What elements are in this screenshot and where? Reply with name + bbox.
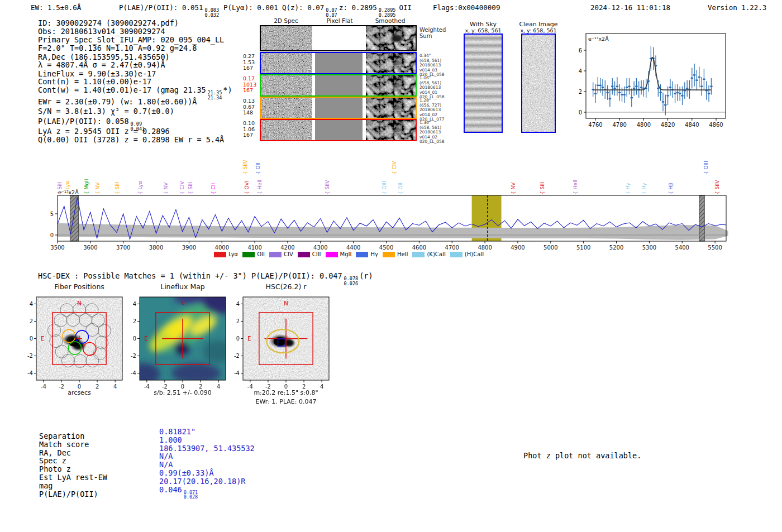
svg-text:4840: 4840: [685, 122, 699, 128]
legend-label: (K)CaII: [427, 251, 445, 257]
svg-text:E: E: [247, 336, 251, 342]
legend-item: CIV: [269, 251, 293, 257]
info-primary-spec: Primary Spec_Slot_IFU_AMP: 020_095_004_L…: [38, 35, 224, 44]
spec2d-col-2dspec: 2D Spec: [261, 17, 311, 24]
legend-item: CIII: [298, 251, 321, 257]
spec2d-row: [260, 74, 417, 97]
header-plae: P(LAE)/P(OII): 0.0510.0830.032: [119, 3, 220, 17]
legend-swatch: [326, 252, 338, 257]
legend-item: MgII: [326, 251, 352, 257]
info-seeing: F=2.0" T=0.136 N=1.10 A=0.92 g=24.8: [38, 44, 197, 52]
svg-text:4700: 4700: [445, 245, 459, 251]
spec2d-left-label: 0.101.06167: [243, 121, 258, 138]
legend-swatch: [269, 252, 282, 257]
with-sky-coords: x, y: 658, 561: [458, 27, 508, 33]
svg-text:e⁻¹⁷x2Å: e⁻¹⁷x2Å: [58, 189, 79, 195]
info-ewr: EWr = 2.30(±0.79) (w: 1.80(±0.60))Å: [38, 97, 197, 106]
match-value: 20.17(20.16,20.18)R: [159, 477, 245, 486]
spec2d-cell-noise: [261, 98, 312, 118]
svg-text:-4: -4: [234, 370, 240, 376]
svg-text:3500: 3500: [50, 245, 64, 251]
svg-text:0: 0: [579, 109, 582, 116]
svg-text:4800: 4800: [637, 122, 651, 128]
match-label: P(LAE)/P(OII): [39, 490, 98, 499]
spec2d-right-label: 1.28"(656, 727)20180613v014_02020_LL_077: [419, 98, 447, 122]
svg-text:4760: 4760: [588, 122, 602, 128]
header-plae-range: 0.0830.032: [205, 8, 220, 17]
header-plae-value: P(LAE)/P(OII): 0.051: [119, 3, 203, 12]
header-ew: EW: 1.5±0.6Å: [31, 3, 81, 12]
legend-label: CIV: [284, 251, 293, 257]
match-label: Photo z: [39, 464, 71, 473]
legend-swatch: [450, 252, 462, 257]
svg-text:0: 0: [30, 336, 33, 342]
info-lambda-sigma: λ = 4807.4Å σ = 2.47(±0.94)Å: [38, 60, 165, 69]
legend-label: Hγ: [370, 251, 378, 257]
svg-text:3700: 3700: [116, 245, 130, 251]
svg-text:5000: 5000: [543, 245, 557, 251]
spec2d-col-smoothed: Smoothed: [364, 17, 416, 24]
legend-swatch: [242, 252, 255, 257]
svg-text:5: 5: [50, 211, 54, 217]
spec2d-right-label: WeightedSum: [419, 27, 447, 39]
clean-image: [521, 33, 556, 133]
spectrum-legend: LyαOIICIVCIIIMgIIHγHeII(K)CaII(H)CaII: [214, 251, 484, 257]
spec2d-row: [260, 119, 417, 141]
svg-text:0: 0: [50, 232, 54, 238]
info-lya-oii-z: LyA z = 2.9545 OII z = 0.2896: [38, 127, 170, 136]
info-cont-n: Cont(n) = 1.10(±0.00)e-17: [38, 77, 151, 86]
legend-item: (H)CaII: [450, 251, 484, 257]
svg-text:4500: 4500: [379, 245, 393, 251]
svg-text:4600: 4600: [412, 245, 426, 251]
full-spectrum-plot: 3500360037003800390040004100420043004400…: [45, 189, 737, 256]
legend-swatch: [298, 252, 310, 257]
spec2d-row: [260, 25, 417, 51]
header-z-range: 0.28950.2895: [379, 8, 396, 17]
svg-text:5500: 5500: [708, 245, 722, 251]
emission-line-label: { OIII: [703, 161, 709, 174]
match-value: 0.81821": [159, 427, 196, 436]
hsc-xlabel: m:20.2 re:1.5" s:0.8": [236, 389, 336, 396]
header-z-type: OII: [399, 3, 412, 12]
svg-text:E: E: [144, 336, 147, 342]
lineflux-xlabel: s/b: 2.51 +/- 0.090: [132, 389, 233, 396]
svg-text:4800: 4800: [478, 245, 492, 251]
header-qz-range: 0.070.07: [326, 8, 337, 17]
spec2d-right-label: 0.34"(658, 561)20180613v014_03020_LL_058: [419, 54, 447, 78]
with-sky-image: [464, 33, 503, 133]
spec2d-row: [260, 52, 417, 74]
hsc-xlabel2: EWr: 1. PLAE: 0.047: [241, 398, 331, 405]
spec2d-left-label: 0.171013167: [243, 76, 258, 94]
svg-text:-2: -2: [27, 353, 33, 359]
match-label: Est LyA rest-EW: [39, 473, 107, 482]
svg-text:4400: 4400: [346, 245, 360, 251]
clean-image-coords: x, y: 658, 561: [516, 27, 561, 33]
match-label: Separation: [39, 432, 84, 440]
svg-text:N: N: [284, 300, 288, 306]
match-value: 1.000: [159, 435, 182, 444]
legend-item: Lyα: [214, 251, 238, 257]
spec2d-cell-smooth: [366, 53, 416, 73]
svg-text:4: 4: [579, 68, 582, 74]
svg-text:3800: 3800: [149, 245, 163, 251]
header-qz: Q(z): 0.070.070.07: [282, 3, 338, 17]
spec2d-right-label: 1.36"(658, 561)20180613v014_02020_LL_058: [419, 121, 447, 145]
full-spectrum-plot-svg: 3500360037003800390040004100420043004400…: [45, 189, 737, 256]
match-label: RA, Dec: [39, 448, 71, 457]
spec2d-cell-smooth: [366, 26, 416, 50]
match-value: 0.0460.0710.028: [159, 485, 199, 500]
legend-label: Lyα: [228, 251, 238, 257]
header-version: Version 1.22.3: [708, 3, 766, 12]
line-fit-plot-svg: 4760478048004820484048600246e⁻¹⁷x2Å: [574, 28, 732, 134]
spec2d-cell-smooth: [366, 120, 416, 140]
svg-text:2: 2: [579, 89, 582, 95]
info-q-oii: Q(0.00) OII (3728) z = 0.2898 EW r = 5.4…: [38, 135, 224, 144]
legend-item: OII: [242, 251, 265, 257]
sky-noise-overlay: [465, 35, 502, 132]
legend-swatch: [214, 252, 226, 257]
spec2d-cell-noise: [261, 120, 312, 140]
svg-text:6: 6: [579, 47, 582, 54]
spec2d-row: [260, 97, 417, 119]
svg-text:4200: 4200: [280, 245, 294, 251]
header-z-value: z: 0.2895: [339, 3, 377, 12]
